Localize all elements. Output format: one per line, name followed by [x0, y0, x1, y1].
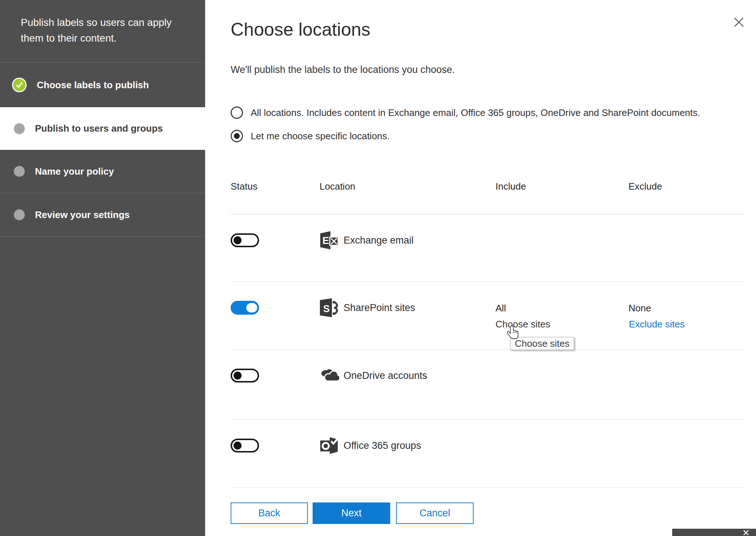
choose-locations-panel: Choose locations We'll publish the label… — [205, 0, 756, 536]
close-icon[interactable] — [733, 17, 744, 28]
radio-label: All locations. Includes content in Excha… — [251, 107, 700, 119]
locations-table: E Exchange email S SharePoint — [231, 214, 745, 488]
exclude-value: None — [628, 303, 651, 314]
radio-unselected-icon[interactable] — [231, 106, 243, 119]
hand-cursor-icon — [507, 325, 519, 342]
radio-label: Let me choose specific locations. — [251, 131, 390, 142]
location-label: Exchange email — [344, 235, 414, 246]
notification-close-icon[interactable]: ✕ — [742, 529, 750, 536]
location-label: OneDrive accounts — [344, 370, 427, 381]
exclude-sites-link[interactable]: Exclude sites — [629, 319, 685, 330]
step-label: Choose labels to publish — [37, 79, 149, 91]
svg-text:E: E — [322, 235, 329, 246]
location-scope-radios: All locations. Includes content in Excha… — [231, 106, 700, 152]
corner-notification-bar: ✕ — [672, 529, 756, 536]
column-header-status: Status — [231, 181, 258, 192]
exchange-email-toggle-off[interactable] — [231, 233, 259, 247]
table-row-sharepoint-sites: S SharePoint sites All Choose sites None… — [231, 282, 745, 350]
page-title: Choose locations — [231, 19, 371, 40]
column-header-exclude: Exclude — [628, 181, 662, 192]
back-button[interactable]: Back — [231, 502, 308, 524]
next-button[interactable]: Next — [313, 502, 390, 524]
step-pending-dot-icon — [14, 209, 25, 220]
office-365-groups-toggle-off[interactable] — [231, 439, 259, 453]
location-label: Office 365 groups — [344, 440, 421, 451]
location-label: SharePoint sites — [344, 302, 415, 314]
step-name-your-policy[interactable]: Name your policy — [0, 150, 205, 193]
wizard-steps: Choose labels to publish Publish to user… — [0, 62, 205, 237]
sharepoint-icon: S — [319, 298, 339, 318]
sharepoint-sites-toggle-on[interactable] — [231, 301, 259, 315]
table-row-onedrive-accounts: OneDrive accounts — [231, 350, 745, 420]
radio-specific-locations[interactable]: Let me choose specific locations. — [231, 129, 700, 143]
choose-sites-link[interactable]: Choose sites — [495, 319, 550, 330]
svg-text:S: S — [323, 303, 330, 314]
radio-selected-icon[interactable] — [231, 130, 243, 142]
table-row-exchange-email: E Exchange email — [231, 214, 745, 282]
step-complete-check-icon — [12, 78, 27, 92]
step-label: Name your policy — [35, 166, 114, 177]
wizard-intro-text: Publish labels so users can apply them t… — [0, 0, 205, 62]
step-pending-dot-icon — [14, 123, 25, 134]
table-row-office-365-groups: Office 365 groups — [231, 420, 745, 488]
onedrive-icon — [319, 365, 339, 386]
office365-groups-icon — [319, 435, 339, 456]
column-header-include: Include — [495, 181, 526, 192]
step-choose-labels-to-publish[interactable]: Choose labels to publish — [0, 63, 205, 107]
onedrive-accounts-toggle-off[interactable] — [231, 369, 259, 382]
step-label: Review your settings — [35, 209, 130, 221]
step-review-your-settings[interactable]: Review your settings — [0, 193, 205, 237]
step-pending-dot-icon — [14, 166, 25, 177]
wizard-sidebar: Publish labels so users can apply them t… — [0, 0, 205, 536]
choose-sites-tooltip: Choose sites — [510, 337, 574, 350]
include-value: All — [495, 303, 506, 314]
step-label: Publish to users and groups — [35, 123, 163, 134]
page-subtitle: We'll publish the labels to the location… — [231, 64, 455, 75]
cancel-button[interactable]: Cancel — [396, 502, 474, 524]
exchange-icon: E — [319, 230, 339, 250]
step-publish-to-users-and-groups[interactable]: Publish to users and groups — [0, 107, 205, 150]
column-header-location: Location — [320, 181, 355, 192]
radio-all-locations[interactable]: All locations. Includes content in Excha… — [231, 106, 700, 120]
